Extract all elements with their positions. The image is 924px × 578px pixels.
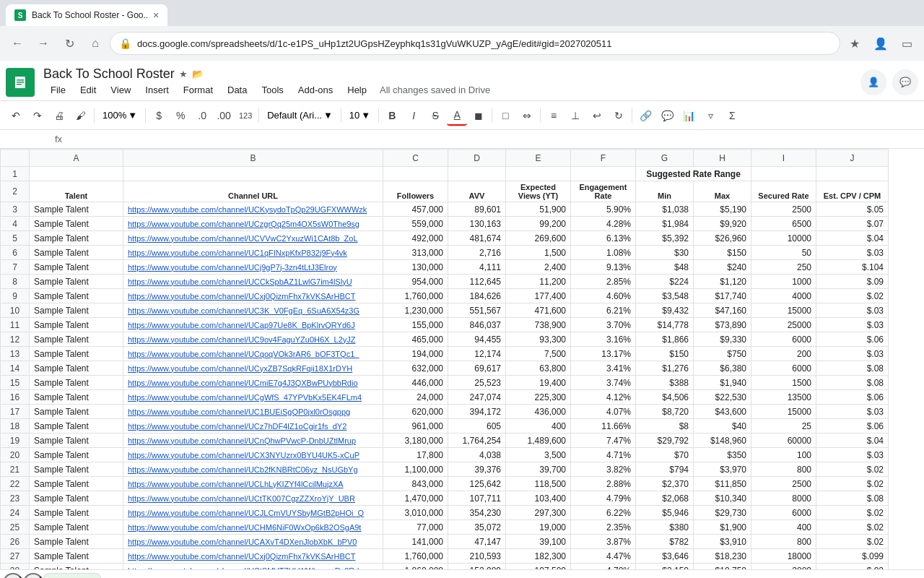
cell-col-c[interactable]: 130,000	[383, 260, 448, 275]
cell-col-c[interactable]: 194,000	[383, 347, 448, 361]
cell-col-j[interactable]: $.05	[816, 202, 889, 217]
cell-col-i[interactable]: 400	[751, 520, 816, 535]
menu-tools[interactable]: Tools	[254, 82, 290, 98]
cell-col-i[interactable]: 25000	[751, 318, 816, 332]
cell-talent[interactable]: Sample Talent	[30, 289, 123, 303]
cell-col-c[interactable]: 17,800	[383, 448, 448, 462]
cell-col-f[interactable]: 4.79%	[571, 491, 636, 506]
header-col-f[interactable]: Engagement Rate	[571, 181, 636, 202]
cell-col-j[interactable]: $.03	[816, 448, 889, 462]
cell-col-j[interactable]: $.03	[816, 246, 889, 260]
cell-col-f[interactable]: 11.66%	[571, 419, 636, 434]
cell-url[interactable]: https://www.youtube.com/channel/UCCkSpbA…	[123, 275, 383, 289]
tab-close-icon[interactable]: ×	[153, 9, 159, 21]
cell-col-d[interactable]: 481,674	[448, 231, 506, 246]
cell-col-f[interactable]: 3.16%	[571, 332, 636, 347]
cell-col-h[interactable]: $47,160	[694, 303, 751, 318]
cell-talent[interactable]: Sample Talent	[30, 419, 123, 434]
cell-col-j[interactable]: $.03	[816, 303, 889, 318]
cell-col-c[interactable]: 141,000	[383, 535, 448, 549]
cell-col-j[interactable]: $.03	[816, 564, 889, 570]
cell-url[interactable]: https://www.youtube.com/channel/UCj9gP7j…	[123, 260, 383, 275]
cell-col-f[interactable]: 3.70%	[571, 318, 636, 332]
cell-url[interactable]: https://www.youtube.com/channel/UC3K_V0F…	[123, 303, 383, 318]
cell-col-d[interactable]: 130,163	[448, 217, 506, 231]
cell-col-i[interactable]: 1500	[751, 376, 816, 390]
cell-col-e[interactable]: 19,000	[506, 520, 571, 535]
menu-file[interactable]: File	[43, 82, 73, 98]
decimal-decrease-button[interactable]: .0	[192, 105, 212, 126]
cell-col-e[interactable]: 93,300	[506, 332, 571, 347]
cell-col-c[interactable]: 843,000	[383, 477, 448, 491]
cell-col-g[interactable]: $8	[636, 419, 694, 434]
cell-col-i[interactable]: 6000	[751, 332, 816, 347]
cell-col-j[interactable]: $.04	[816, 434, 889, 448]
cell-talent[interactable]: Sample Talent	[30, 376, 123, 390]
cell-col-c[interactable]: 1,760,000	[383, 289, 448, 303]
cell-url[interactable]: https://www.youtube.com/channel/UCxj0Qiz…	[123, 289, 383, 303]
cell-col-f[interactable]: 9.13%	[571, 260, 636, 275]
link-button[interactable]: 🔗	[635, 105, 655, 126]
cell-talent[interactable]: Sample Talent	[30, 434, 123, 448]
cell-col-c[interactable]: 24,000	[383, 390, 448, 405]
cell-talent[interactable]: Sample Talent	[30, 520, 123, 535]
col-header-f[interactable]: F	[571, 150, 636, 167]
paint-format-button[interactable]: 🖌	[71, 105, 91, 126]
font-dropdown[interactable]: Default (Ari... ▼	[262, 108, 338, 123]
cell-talent[interactable]: Sample Talent	[30, 260, 123, 275]
italic-button[interactable]: I	[404, 105, 424, 126]
sheet-tab-performance[interactable]: Performance ▼	[216, 573, 300, 579]
cell-col-d[interactable]: 112,645	[448, 275, 506, 289]
cell-col-j[interactable]: $.104	[816, 260, 889, 275]
cell-col-f[interactable]: 1.08%	[571, 246, 636, 260]
cell-col-d[interactable]: 125,642	[448, 477, 506, 491]
cell-col-h[interactable]: $148,960	[694, 434, 751, 448]
cell-col-h[interactable]: $750	[694, 347, 751, 361]
cell-url[interactable]: https://www.youtube.com/channel/UC1BUEiS…	[123, 405, 383, 419]
cell-col-f[interactable]: 3.41%	[571, 361, 636, 376]
cell-col-h[interactable]: $22,530	[694, 390, 751, 405]
cell-col-d[interactable]: 605	[448, 419, 506, 434]
cell-col-c[interactable]: 3,180,000	[383, 434, 448, 448]
header-col-e[interactable]: Expected Views (YT)	[506, 181, 571, 202]
cell-col-g[interactable]: $9,432	[636, 303, 694, 318]
text-color-button[interactable]: A	[447, 105, 467, 126]
zoom-dropdown[interactable]: 100% ▼	[97, 108, 142, 123]
cell-col-i[interactable]: 800	[751, 462, 816, 477]
cell-col-g[interactable]: $2,370	[636, 477, 694, 491]
currency-button[interactable]: $	[149, 105, 169, 126]
cell-c1[interactable]	[383, 167, 448, 181]
cell-col-f[interactable]: 4.47%	[571, 549, 636, 564]
cell-col-e[interactable]: 118,500	[506, 477, 571, 491]
halign-button[interactable]: ≡	[544, 105, 564, 126]
cell-col-d[interactable]: 184,626	[448, 289, 506, 303]
cell-col-j[interactable]: $.06	[816, 332, 889, 347]
cell-col-c[interactable]: 1,860,000	[383, 564, 448, 570]
cell-col-c[interactable]: 632,000	[383, 361, 448, 376]
cell-url[interactable]: https://www.youtube.com/channel/UCHM6NiF…	[123, 520, 383, 535]
cell-col-f[interactable]: 3.74%	[571, 376, 636, 390]
cell-talent[interactable]: Sample Talent	[30, 231, 123, 246]
cell-col-g[interactable]: $30	[636, 246, 694, 260]
cell-col-i[interactable]: 200	[751, 347, 816, 361]
star-icon[interactable]: ★	[179, 69, 188, 79]
cell-col-j[interactable]: $.02	[816, 462, 889, 477]
cell-col-c[interactable]: 457,000	[383, 202, 448, 217]
cell-g1-merged[interactable]: Suggested Rate Range	[636, 167, 751, 181]
cell-col-h[interactable]: $9,330	[694, 332, 751, 347]
cell-col-h[interactable]: $29,730	[694, 506, 751, 520]
cell-talent[interactable]: Sample Talent	[30, 462, 123, 477]
cell-url[interactable]: https://www.youtube.com/channel/UCxj0Qiz…	[123, 549, 383, 564]
cell-col-g[interactable]: $5,392	[636, 231, 694, 246]
cell-col-d[interactable]: 25,523	[448, 376, 506, 390]
cell-col-g[interactable]: $794	[636, 462, 694, 477]
cell-col-e[interactable]: 63,800	[506, 361, 571, 376]
cell-col-h[interactable]: $10,750	[694, 564, 751, 570]
cell-col-i[interactable]: 6500	[751, 217, 816, 231]
col-header-e[interactable]: E	[506, 150, 571, 167]
cell-url[interactable]: https://www.youtube.com/channel/UCX3NYUz…	[123, 448, 383, 462]
cell-col-e[interactable]: 7,500	[506, 347, 571, 361]
cell-talent[interactable]: Sample Talent	[30, 332, 123, 347]
cell-col-e[interactable]: 471,600	[506, 303, 571, 318]
cell-col-d[interactable]: 35,072	[448, 520, 506, 535]
